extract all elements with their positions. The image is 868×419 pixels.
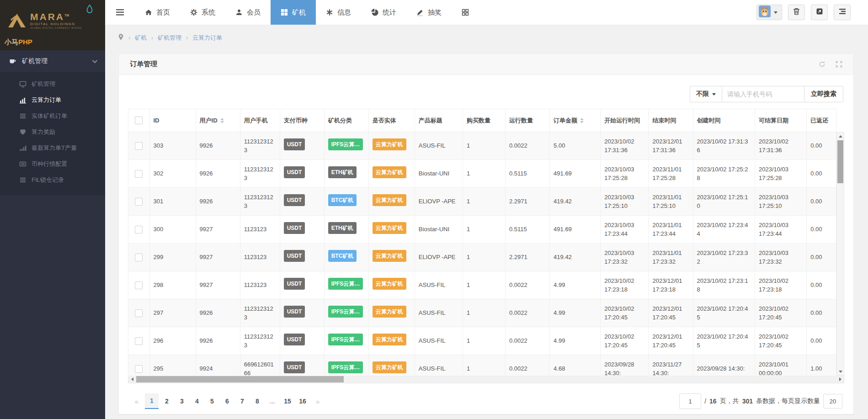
cell-user-id: 9927: [196, 216, 240, 244]
cell-run-qty: 0.5115: [506, 216, 550, 244]
col-buy-qty: 购买数量: [463, 109, 506, 132]
row-checkbox[interactable]: [135, 281, 143, 289]
page-current[interactable]: 1: [145, 393, 159, 409]
col-create-time: 创建时间: [693, 109, 755, 132]
sidebar-item-fil-lock[interactable]: FIL锁仓记录: [0, 172, 105, 188]
cell-amount: 419.42: [550, 244, 601, 271]
page-size-input[interactable]: [823, 394, 842, 408]
filter-label: 不限: [696, 90, 709, 98]
sidebar-group-mining[interactable]: 矿机管理: [0, 50, 105, 72]
cell-user-id: 9926: [196, 299, 240, 327]
row-checkbox[interactable]: [135, 309, 143, 317]
nav-item-messages[interactable]: 信息: [316, 0, 361, 25]
page-link[interactable]: 7: [235, 393, 249, 409]
refresh-icon[interactable]: [819, 61, 825, 68]
cell-id: 296: [149, 327, 196, 355]
hamburger-icon[interactable]: [105, 0, 135, 25]
row-checkbox[interactable]: [135, 142, 143, 150]
nav-item-system[interactable]: 系统: [180, 0, 225, 25]
row-checkbox[interactable]: [135, 337, 143, 345]
table-row: 30199261123123123USDTBTC矿机云算力矿机ELIOVP -A…: [128, 188, 836, 216]
scroll-left-arrow[interactable]: [128, 376, 136, 383]
sidebar-item-hashrate-reward[interactable]: 算力奖励: [0, 124, 105, 140]
row-checkbox[interactable]: [135, 254, 143, 261]
cell-settle-date: 2023/10/02 17:31:36: [755, 132, 806, 160]
page-link[interactable]: 8: [250, 393, 264, 409]
sidebar-item-coin-config[interactable]: 币种行情配置: [0, 156, 105, 172]
sidebar-item-miner-manage[interactable]: 矿机管理: [0, 76, 105, 92]
cell-returned: 0.00: [807, 327, 836, 355]
breadcrumb-link[interactable]: 矿机管理: [158, 34, 181, 42]
cell-id: 301: [149, 188, 196, 216]
vertical-scrollbar[interactable]: [836, 132, 844, 376]
filter-dropdown[interactable]: 不限: [690, 86, 722, 102]
cell-end-time: 2023/12/01 17:31:36: [649, 132, 693, 160]
nav-item-lottery[interactable]: 抽奖: [406, 0, 452, 25]
entity-badge: 云算力矿机: [373, 306, 406, 318]
cell-buy-qty: 1: [463, 244, 506, 271]
cell-category: ETH矿机: [324, 160, 368, 188]
cell-buy-qty: 1: [463, 132, 506, 160]
scroll-up-arrow[interactable]: [837, 133, 844, 140]
row-checkbox[interactable]: [135, 226, 143, 233]
page-link[interactable]: 6: [220, 393, 234, 409]
cell-settle-date: 2023/10/03 17:23:44: [755, 216, 806, 244]
order-table-body: 30399261123123123USDTIPFS云算…云算力矿机ASUS-FI…: [128, 132, 836, 376]
cell-pay-coin: USDT: [280, 132, 324, 160]
page-link[interactable]: 4: [190, 393, 204, 409]
sidebar-item-physical-orders[interactable]: 实体矿机订单: [0, 108, 105, 124]
sidebar-toggle-button[interactable]: [834, 5, 851, 20]
fullscreen-icon[interactable]: [836, 61, 842, 68]
cell-user-id: 9927: [196, 244, 240, 271]
col-run-qty: 运行数量: [506, 109, 550, 132]
nav-item-statistics[interactable]: 统计: [361, 0, 406, 25]
page-link[interactable]: 16: [296, 393, 309, 409]
row-checkbox[interactable]: [135, 170, 143, 178]
page-number-input[interactable]: [679, 393, 701, 409]
nav-item-members[interactable]: 会员: [225, 0, 271, 25]
nav-item-apps[interactable]: [452, 0, 479, 25]
cell-create-time: 2023/10/02 17:20:45: [693, 327, 755, 355]
sort-icon[interactable]: [580, 118, 584, 123]
pay-coin-badge: USDT: [284, 138, 305, 150]
cell-category: IPFS云算…: [324, 271, 368, 299]
row-checkbox[interactable]: [135, 198, 143, 206]
cell-run-qty: 0.0022: [506, 327, 550, 355]
search-button[interactable]: 立即搜索: [804, 86, 843, 102]
cell-buy-qty: 1: [463, 355, 506, 376]
pay-coin-badge: USDT: [284, 306, 305, 318]
page-link[interactable]: 3: [175, 393, 189, 409]
page-link[interactable]: »: [311, 393, 325, 409]
scroll-right-arrow[interactable]: [836, 376, 844, 383]
th-large-icon: [281, 9, 288, 16]
entity-badge: 云算力矿机: [373, 334, 406, 345]
user-menu-button[interactable]: [756, 5, 782, 20]
nav-item-miners[interactable]: 矿机: [271, 0, 316, 25]
cell-amount: 419.42: [550, 188, 601, 216]
scroll-down-arrow[interactable]: [837, 368, 844, 375]
cell-run-qty: 2.2971: [506, 188, 550, 216]
nav-item-label: 信息: [337, 8, 351, 17]
vertical-scrollbar-thumb[interactable]: [837, 140, 843, 183]
page-link[interactable]: 15: [281, 393, 294, 409]
select-all-checkbox[interactable]: [135, 117, 143, 124]
external-link-button[interactable]: [811, 5, 828, 20]
breadcrumb-current[interactable]: 云算力订单: [192, 34, 222, 42]
page-link[interactable]: 2: [160, 393, 174, 409]
breadcrumb-link[interactable]: 矿机: [135, 34, 147, 42]
sidebar-item-latest-output[interactable]: 最新算力单T产量: [0, 140, 105, 156]
row-checkbox[interactable]: [135, 365, 143, 373]
topnav-right: [756, 0, 868, 25]
phone-search-input[interactable]: [722, 86, 804, 102]
trash-button[interactable]: [788, 5, 805, 20]
page-link[interactable]: «: [130, 393, 144, 409]
grid-icon: [462, 9, 469, 16]
row-checkbox-cell: [128, 271, 150, 299]
cell-product: ASUS-FIL: [415, 355, 463, 376]
sort-icon[interactable]: [220, 118, 224, 123]
sidebar-item-cloud-orders[interactable]: 云算力订单: [0, 92, 105, 108]
page-link[interactable]: 5: [205, 393, 219, 409]
horizontal-scrollbar-thumb[interactable]: [136, 376, 344, 382]
nav-item-home[interactable]: 首页: [135, 0, 180, 25]
horizontal-scrollbar[interactable]: [128, 376, 844, 383]
